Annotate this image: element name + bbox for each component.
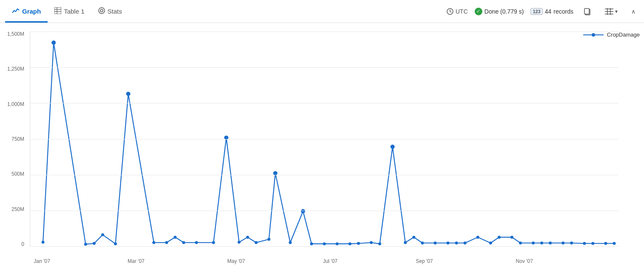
grid-line-5: [30, 211, 618, 211]
tab-stats[interactable]: Stats: [91, 0, 129, 23]
svg-rect-8: [584, 9, 589, 14]
chevron-down-icon: ▾: [615, 9, 618, 14]
grid-line-3: [30, 139, 618, 140]
x-label-nov: Nov '07: [516, 258, 533, 264]
graph-icon: [12, 7, 20, 16]
clock-icon: [447, 8, 453, 15]
legend: CropDamage: [583, 31, 640, 38]
y-label-1000: 1,000M: [7, 102, 24, 107]
x-label-mar: Mar '07: [128, 258, 145, 264]
collapse-button[interactable]: ∧: [628, 6, 639, 17]
svg-point-5: [100, 9, 103, 12]
x-label-jul: Jul '07: [323, 258, 337, 264]
grid-lines: [30, 31, 618, 246]
x-label-jan: Jan '07: [34, 258, 50, 264]
grid-line-bottom: [30, 246, 618, 247]
legend-item-cropdamage: CropDamage: [583, 31, 640, 38]
grid-line-1: [30, 67, 618, 68]
y-label-0: 0: [21, 242, 24, 247]
records-icon: 123: [530, 8, 542, 15]
collapse-icon: ∧: [631, 8, 635, 15]
copy-button[interactable]: [580, 6, 595, 17]
svg-point-4: [99, 8, 105, 14]
records-label-text: records: [553, 8, 573, 15]
done-label: Done (0.779 s): [484, 8, 524, 15]
done-icon: ✓: [475, 8, 482, 15]
columns-button[interactable]: ▾: [601, 6, 621, 17]
records-count-badge: 123 44 records: [530, 8, 573, 15]
records-count: 44: [545, 8, 552, 15]
header-right: UTC ✓ Done (0.779 s) 123 44 records: [447, 6, 639, 17]
legend-line-dash2: [595, 34, 604, 35]
grid-line-2: [30, 103, 618, 103]
columns-icon: [605, 8, 613, 15]
done-status: ✓ Done (0.779 s): [475, 8, 524, 15]
svg-rect-0: [54, 7, 61, 14]
copy-icon: [584, 8, 591, 15]
y-axis: 1,500M 1,250M 1,000M 750M 500M 250M 0: [0, 31, 28, 247]
tab-table-label: Table 1: [64, 8, 84, 15]
timezone-label: UTC: [456, 8, 468, 15]
table-icon: [54, 7, 61, 16]
chart-area: Jan '07 Mar '07 May '07 Jul '07 Sep '07 …: [30, 31, 618, 247]
tab-table[interactable]: Table 1: [48, 0, 91, 23]
tab-stats-label: Stats: [108, 8, 122, 15]
y-label-250: 250M: [11, 207, 24, 212]
tab-graph-label: Graph: [22, 8, 41, 15]
legend-line-dash: [583, 34, 592, 35]
y-label-500: 500M: [11, 171, 24, 177]
y-label-1500: 1,500M: [7, 31, 24, 37]
y-label-1250: 1,250M: [7, 66, 24, 71]
legend-label: CropDamage: [607, 31, 640, 38]
stats-icon: [98, 7, 105, 16]
timezone-status: UTC: [447, 8, 468, 15]
tab-graph[interactable]: Graph: [5, 0, 48, 23]
x-label-may: May '07: [227, 258, 245, 264]
x-label-sep: Sep '07: [416, 258, 433, 264]
legend-dot-marker: [592, 33, 595, 37]
grid-line-4: [30, 175, 618, 175]
chart-container: 1,500M 1,250M 1,000M 750M 500M 250M 0: [0, 23, 644, 268]
grid-line-top: [30, 31, 618, 32]
y-label-750: 750M: [11, 137, 24, 142]
header-bar: Graph Table 1 Stats UTC: [0, 0, 644, 23]
